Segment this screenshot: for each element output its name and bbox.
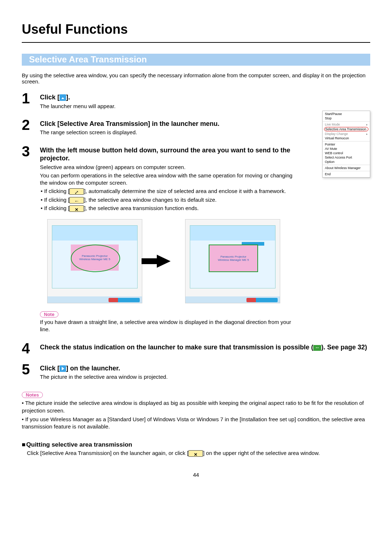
figure-row: Panasonic Projector Wireless Manager ME … <box>47 219 294 303</box>
step-bullet: • If clicking [], automatically determin… <box>40 188 294 195</box>
page-title: Useful Functions <box>22 22 370 43</box>
close-icon <box>188 450 203 457</box>
close-icon <box>69 205 84 212</box>
step-title: With the left mouse button held down, su… <box>40 146 294 163</box>
menu-item[interactable]: Start/Pause <box>325 112 368 116</box>
step-number: 2 <box>22 118 36 138</box>
notes-pill: Notes <box>22 392 43 398</box>
intro-text: By using the selective area window, you … <box>22 72 370 85</box>
step-title: Check the status indication on the launc… <box>40 343 370 352</box>
autosize-icon <box>69 188 84 195</box>
step-bullet: • If clicking [], the selective area tra… <box>40 205 294 212</box>
step-number: 4 <box>22 341 36 356</box>
note-pill: Note <box>40 311 58 317</box>
step-5: 5 Click [] on the launcher. The picture … <box>22 362 370 382</box>
page-number: 44 <box>22 472 370 478</box>
step-number: 3 <box>22 144 36 335</box>
step-desc: You can perform operations in the select… <box>40 172 294 187</box>
play-icon <box>60 365 66 372</box>
default-size-icon <box>69 197 84 204</box>
step-2: 2 Click [Selective Area Transmission] in… <box>22 118 370 138</box>
step-title: Click [Selective Area Transmission] in t… <box>40 120 370 128</box>
quit-text: Click [Selective Area Transmission] on t… <box>27 450 370 457</box>
step-bullet: • If clicking [], the selective area win… <box>40 196 294 204</box>
note-item: • If you use Wireless Manager as a [Stan… <box>22 416 370 431</box>
step-4: 4 Check the status indication on the lau… <box>22 341 370 356</box>
step-desc: The launcher menu will appear. <box>40 103 370 110</box>
step-desc: Selective area window (green) appears on… <box>40 164 294 171</box>
step-number: 1 <box>22 91 36 111</box>
note-item: • The picture inside the selective area … <box>22 399 370 414</box>
fig-text: Panasonic Projector <box>220 255 246 258</box>
step-1: 1 Click []. The launcher menu will appea… <box>22 91 370 111</box>
figure-after: Panasonic Projector Wireless Manager ME … <box>185 219 280 303</box>
menu-icon <box>60 94 66 101</box>
section-header-text: Selective Area Transmission <box>29 54 147 64</box>
note-text: If you have drawn a straight line, a sel… <box>40 319 294 333</box>
figure-before: Panasonic Projector Wireless Manager ME … <box>47 219 142 303</box>
step-3: 3 With the left mouse button held down, … <box>22 144 370 335</box>
step-desc: The picture in the selective area window… <box>40 373 370 381</box>
step-number: 5 <box>22 362 36 382</box>
quit-heading: Quitting selective area transmission <box>22 441 370 448</box>
step-desc: The range selection screen is displayed. <box>40 129 370 136</box>
fig-text: Wireless Manager ME 5 <box>218 258 249 262</box>
step-title: Click [] on the launcher. <box>40 364 370 373</box>
arrow-icon <box>157 255 171 268</box>
step-title: Click []. <box>40 93 370 102</box>
status-icon <box>313 345 321 351</box>
section-header: Selective Area Transmission <box>22 54 370 66</box>
